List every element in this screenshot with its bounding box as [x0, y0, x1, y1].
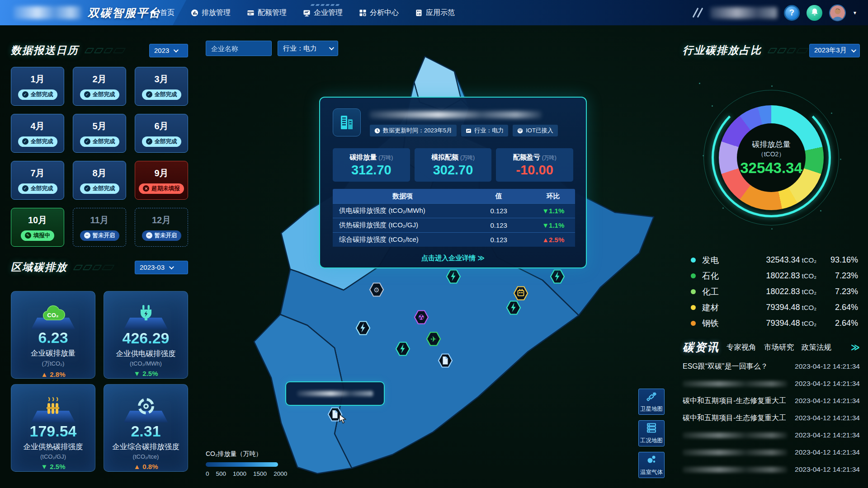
stat-emission: 碳排放量(万吨) 312.70 [333, 148, 410, 182]
month-card-mar[interactable]: 3月全部完成 [135, 67, 188, 106]
svg-text:✈: ✈ [430, 335, 436, 343]
news-item[interactable]: 2023-04-12 14:21:34 [683, 427, 860, 444]
month-card-aug[interactable]: 8月全部完成 [73, 161, 126, 200]
month-card-sep[interactable]: 9月超期未填报 [135, 161, 188, 200]
legend-item-steel[interactable]: 钢铁 79394.48tCO₂ 2.64% [691, 315, 858, 331]
month-card-jun[interactable]: 6月全部完成 [135, 114, 188, 153]
status-badge: 全部完成 [18, 136, 57, 147]
legend-item-petrochemical[interactable]: 石化 18022.83tCO₂ 7.23% [691, 268, 858, 284]
map-marker-power-plant[interactable] [549, 268, 566, 285]
news-item[interactable]: 2023-04-12 14:21:34 [683, 461, 860, 478]
month-card-dec[interactable]: 12月暂未开启 [135, 208, 188, 247]
status-badge: 暂未开启 [80, 230, 119, 241]
layer-button-satellite[interactable]: 卫星地图 [638, 389, 665, 415]
legend-dot [691, 273, 696, 278]
nav-item-home[interactable]: 首页 [149, 8, 175, 18]
status-badge: 全部完成 [142, 89, 181, 100]
layer-button-operating[interactable]: 工况地图 [638, 420, 665, 446]
nav-item-quota[interactable]: 配额管理 [247, 8, 287, 18]
map-marker-power-plant[interactable] [445, 268, 462, 285]
news-title-redacted [683, 467, 788, 473]
status-badge: 全部完成 [80, 183, 119, 194]
check-circle-icon [84, 138, 90, 145]
svg-text:☢: ☢ [418, 314, 425, 321]
legend-item-building-materials[interactable]: 建材 79394.48tCO₂ 2.64% [691, 300, 858, 315]
month-card-oct[interactable]: 10月填报中 [11, 208, 64, 247]
news-item[interactable]: 2023-04-12 14:21:34 [683, 444, 860, 461]
nav-item-demo[interactable]: 应用示范 [415, 8, 455, 18]
company-logo-redacted [14, 6, 81, 19]
month-card-jul[interactable]: 7月全部完成 [11, 161, 64, 200]
main-nav: 首页 排放管理 配额管理 企业管理 分析中心 应用示范 [149, 0, 455, 25]
legend-item-chemical[interactable]: 化工 18022.83tCO₂ 7.23% [691, 284, 858, 300]
nav-item-enterprise[interactable]: 企业管理 [303, 8, 343, 18]
check-circle-icon [146, 91, 152, 98]
metric-delta: 2.5% [133, 370, 158, 377]
table-row: 供电碳排放强度 (tCO₂/MWh) 0.123 1.1% [333, 203, 575, 218]
avatar[interactable] [829, 5, 846, 21]
industry-period-select[interactable]: 2023年3月 [809, 44, 860, 57]
calendar-year-select[interactable]: 2023 [149, 44, 188, 57]
chevron-down-icon [169, 264, 174, 269]
nav-item-analysis[interactable]: 分析中心 [359, 8, 399, 18]
month-card-jan[interactable]: 1月全部完成 [11, 67, 64, 106]
enter-company-detail-link[interactable]: 点击进入企业详情 ≫ [333, 254, 573, 263]
news-item[interactable]: 碳中和五期项目-生态修复重大工程 2023-04-12 14:21:34 [683, 409, 860, 427]
check-circle-icon [84, 91, 90, 98]
month-card-nov[interactable]: 11月暂未开启 [73, 208, 126, 247]
industry-panel-title: 行业碳排放占比 [683, 43, 762, 57]
help-button[interactable]: ? [784, 5, 800, 21]
company-search-input[interactable] [206, 41, 272, 56]
layer-button-ghg[interactable]: 温室气体 [638, 452, 665, 478]
news-tab-expert[interactable]: 专家视角 [726, 343, 756, 352]
nav-item-emission[interactable]: 排放管理 [191, 8, 231, 18]
co2-cloud-icon: CO₂ [40, 296, 66, 324]
arrow-down-icon [133, 370, 140, 377]
region-metric-grid: CO₂ 6.23 企业碳排放量 (万tCO₂) 2.8% 426.29 企业供电… [11, 291, 188, 472]
region-panel-header: 区域碳排放 2023-03 [11, 260, 188, 274]
map-marker-power-plant[interactable] [505, 299, 522, 316]
gradient-bar [206, 462, 278, 467]
map-marker-airport[interactable]: ✈ [425, 330, 442, 347]
arrow-down-icon [542, 207, 549, 215]
server-icon [646, 422, 657, 436]
notifications-button[interactable] [807, 5, 822, 21]
heater-icon [43, 389, 64, 417]
metric-card-power-supply: 426.29 企业供电碳排强度 (tCO₂/MWh) 2.5% [104, 291, 188, 379]
map-tooltip [285, 381, 385, 406]
news-item[interactable]: 碳中和五期项目-生态修复重大工程... 2023-04-12 14:21:34 [683, 392, 860, 409]
news-more-arrow[interactable]: ≫ [851, 342, 860, 352]
metric-card-comprehensive: 2.31 企业综合碳排放强度 (tCO₂/tce) 0.8% [104, 384, 188, 472]
molecule-icon [646, 454, 657, 467]
metric-card-heat-supply: 179.54 企业供热碳排强度 (tCO₂/GJ) 2.5% [11, 384, 95, 472]
map-marker-nuclear[interactable]: ☢ [413, 309, 429, 326]
check-circle-icon [22, 185, 28, 192]
map-filter-row: 行业：电力 [206, 41, 338, 56]
region-period-select[interactable]: 2023-03 [135, 261, 188, 274]
news-tab-market[interactable]: 市场研究 [764, 343, 794, 352]
map-marker-document[interactable] [437, 352, 453, 369]
news-panel-header: 碳资讯 专家视角 市场研究 政策法规 ≫ [683, 340, 860, 355]
home-icon [149, 9, 157, 17]
news-title-redacted [683, 432, 788, 438]
map-marker-power-plant[interactable] [395, 340, 411, 357]
map-marker-factory[interactable]: ⚙ [368, 281, 385, 298]
news-item[interactable]: ESG跟“双碳”是一回事么？ 2023-04-12 14:21:34 [683, 358, 860, 375]
month-card-feb[interactable]: 2月全部完成 [73, 67, 126, 106]
check-circle-icon [84, 185, 90, 192]
month-card-may[interactable]: 5月全部完成 [73, 114, 126, 153]
metric-delta: 2.8% [41, 371, 65, 378]
news-item[interactable]: 2023-04-12 14:21:34 [683, 375, 860, 392]
news-tab-policy[interactable]: 政策法规 [802, 343, 831, 352]
map-marker-power-plant[interactable] [355, 319, 371, 337]
industry-select[interactable]: 行业：电力 [278, 41, 338, 56]
enterprise-icon [303, 9, 311, 17]
account-caret-icon[interactable]: ▼ [853, 10, 857, 15]
legend-dot [691, 289, 696, 294]
cursor-icon [338, 414, 348, 425]
popup-stats: 碳排放量(万吨) 312.70 模拟配额(万吨) 302.70 配额盈亏(万吨)… [333, 148, 573, 182]
iot-badge: IOT已接入 [513, 125, 558, 136]
month-card-apr[interactable]: 4月全部完成 [11, 114, 64, 153]
legend-item-power[interactable]: 发电 32543.34tCO₂ 93.16% [691, 252, 858, 268]
plug-icon [136, 296, 156, 324]
